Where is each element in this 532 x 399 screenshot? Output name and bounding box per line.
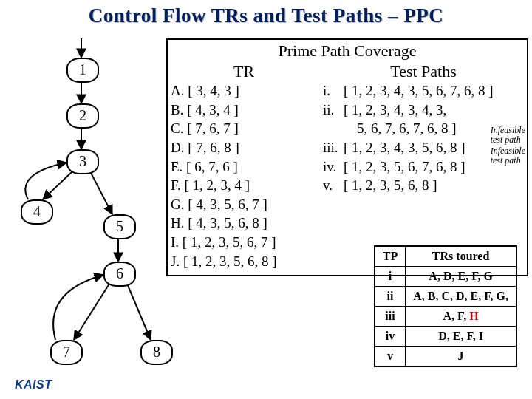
tours-trs-ii: A, B, C, D, E, F, G, [406,287,516,307]
node-3: 3 [66,149,99,174]
tr-F: [ 1, 2, 3, 4 ] [185,177,250,193]
tr-I: [ 1, 2, 3, 5, 6, 7 ] [183,234,276,250]
node-4: 4 [21,200,53,225]
node-5: 5 [103,214,136,239]
tours-tp-iv: iv [375,327,406,347]
table-row: ii A, B, C, D, E, F, G, [375,287,516,307]
infeasible-note-iv: Infeasibletest path [491,146,525,165]
tr-B: [ 4, 3, 4 ] [187,102,239,117]
tours-head-trs: TRs toured [406,246,516,267]
tours-trs-i: A, D, E, F, G [406,267,516,287]
tr-list: A. [ 3, 4, 3 ] B. [ 4, 3, 4 ] C. [ 7, 6,… [171,81,317,270]
svg-line-6 [74,284,109,340]
node-8: 8 [140,340,173,365]
node-1: 1 [66,58,99,83]
node-7: 7 [50,340,83,365]
node-6: 6 [103,262,136,287]
tours-tp-i: i [375,267,406,287]
tr-E: [ 6, 7, 6 ] [186,159,238,174]
tr-C: [ 7, 6, 7 ] [187,120,239,136]
table-row: v J [375,347,516,367]
cfg-graph: 1 2 3 4 5 6 7 8 [0,44,163,392]
tours-trs-v: J [406,347,516,367]
tours-head-tp: TP [375,246,406,267]
tp-column-head: Test Paths [323,62,524,81]
tours-trs-iv: D, E, F, I [406,327,516,347]
svg-line-4 [90,171,112,214]
page-title: Control Flow TRs and Test Paths – PPC [0,4,532,27]
tours-table: TP TRs toured i A, D, E, F, G ii A, B, C… [374,245,517,367]
tp-i: [ 1, 2, 3, 4, 3, 5, 6, 7, 6, 8 ] [344,81,524,100]
svg-line-7 [127,284,151,340]
tp-ii-a: [ 1, 2, 3, 4, 3, 4, 3, [344,100,524,120]
ppc-box: Prime Path Coverage TR A. [ 3, 4, 3 ] B.… [166,38,528,276]
svg-line-3 [43,171,72,200]
tr-A: [ 3, 4, 3 ] [188,83,239,98]
tr-H: [ 4, 3, 5, 6, 8 ] [188,215,267,231]
tr-D: [ 7, 6, 8 ] [188,140,239,155]
infeasible-note-iii: Infeasibletest path [491,126,525,144]
table-row: iv D, E, F, I [375,327,516,347]
tr-column-head: TR [171,62,317,81]
tp-v: [ 1, 2, 3, 5, 6, 8 ] [344,176,524,195]
tours-trs-iii: A, F, H [406,307,516,327]
node-2: 2 [66,103,99,129]
table-row: i A, D, E, F, G [375,267,516,287]
tr-G: [ 4, 3, 5, 6, 7 ] [188,197,267,212]
tours-tp-iii: iii [375,307,406,327]
tours-tp-v: v [375,347,406,367]
kaist-logo: KAIST [15,378,52,392]
table-row: iii A, F, H [375,307,516,327]
ppc-heading: Prime Path Coverage [171,41,524,61]
tours-tp-ii: ii [375,287,406,307]
tr-J: [ 1, 2, 3, 5, 6, 8 ] [183,253,277,269]
